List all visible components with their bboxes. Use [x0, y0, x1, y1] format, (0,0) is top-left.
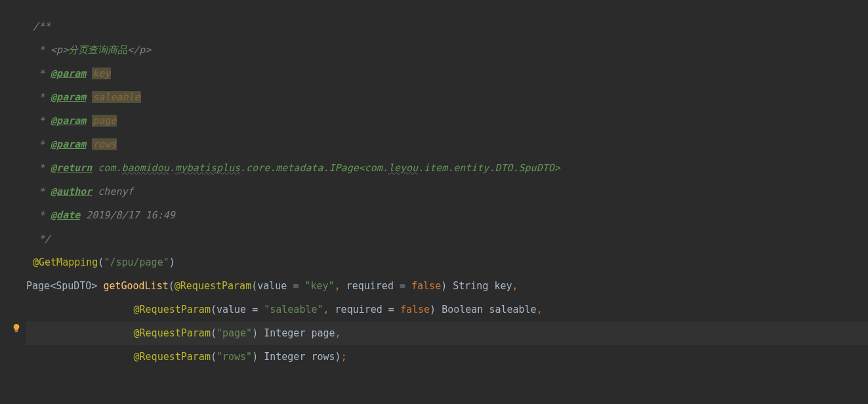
code-line: @GetMapping("/spu/page"): [26, 251, 868, 274]
code-line: @RequestParam(value = "saleable", requir…: [26, 298, 868, 321]
code-line: @RequestParam("rows") Integer rows);: [26, 345, 868, 369]
lightbulb-icon[interactable]: [12, 323, 21, 333]
code-content[interactable]: /** * <p>分页查询商品</p> * @param key * @para…: [26, 0, 868, 404]
code-line: */: [26, 227, 868, 251]
code-line: * @date 2019/8/17 16:49: [26, 203, 868, 227]
code-line: * @author chenyf: [26, 180, 868, 203]
code-line-active: @RequestParam("page") Integer page,: [26, 321, 868, 345]
code-line: * @param key: [26, 62, 868, 85]
svg-rect-0: [15, 331, 18, 332]
code-line: * <p>分页查询商品</p>: [26, 38, 868, 62]
code-line: * @param page: [26, 109, 868, 132]
code-editor[interactable]: /** * <p>分页查询商品</p> * @param key * @para…: [0, 0, 868, 404]
code-line: * @param rows: [26, 132, 868, 156]
code-line: /**: [26, 14, 868, 38]
gutter: [0, 0, 26, 404]
code-line: Page<SpuDTO> getGoodList(@RequestParam(v…: [26, 274, 868, 298]
code-line: * @param saleable: [26, 85, 868, 109]
code-line: * @return com.baomidou.mybatisplus.core.…: [26, 156, 868, 180]
